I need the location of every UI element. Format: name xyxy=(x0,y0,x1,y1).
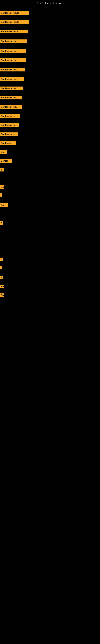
bottleneck-result-bar: Bottleneck resu xyxy=(0,58,26,62)
bottleneck-result-bar: Bottleneck result xyxy=(0,30,28,34)
bottleneck-result-bar: B xyxy=(0,222,3,225)
bottleneck-result-bar: | xyxy=(0,193,1,197)
bottleneck-result-bar: Bottleneck re xyxy=(0,132,18,136)
bottleneck-result-bar: Bottleneck result xyxy=(0,11,29,15)
bottleneck-result-bar: Bottleneck result xyxy=(0,20,29,24)
bottleneck-result-bar: Bo xyxy=(0,294,4,297)
bottleneck-result-bar: Bo xyxy=(0,150,7,154)
bottleneck-result-bar: B xyxy=(0,258,3,261)
bottleneck-result-bar: B xyxy=(0,168,4,172)
bottleneck-result-bar: Bottleneck resu xyxy=(0,77,24,81)
bottleneck-result-bar: Bottleneck resu xyxy=(0,40,27,43)
site-title: TheBottlenecker.com xyxy=(0,0,100,6)
bottleneck-result-bar: Bottleneck resu xyxy=(0,105,22,109)
bottleneck-result-bar: Bottleneck re xyxy=(0,123,19,127)
bottleneck-result-bar: Bottlenec xyxy=(0,141,16,145)
bottleneck-result-bar: Bottleneck resu xyxy=(0,96,22,100)
bottleneck-result-bar: Bott xyxy=(0,203,8,207)
bottleneck-result-bar: Bo xyxy=(0,185,4,189)
bottleneck-result-bar: Bottleneck resu xyxy=(0,68,25,72)
bottleneck-result-bar: Bo xyxy=(0,285,4,288)
bottleneck-result-bar: Bottleneck resu xyxy=(0,49,26,53)
bottleneck-result-bar: | xyxy=(0,266,1,269)
bottleneck-result-bar: Bottleneck resu xyxy=(0,86,23,90)
bottleneck-result-bar: B xyxy=(0,276,3,279)
bottleneck-result-bar: Bottlen xyxy=(0,159,12,162)
bottleneck-result-bar: Bottleneck re xyxy=(0,114,20,118)
